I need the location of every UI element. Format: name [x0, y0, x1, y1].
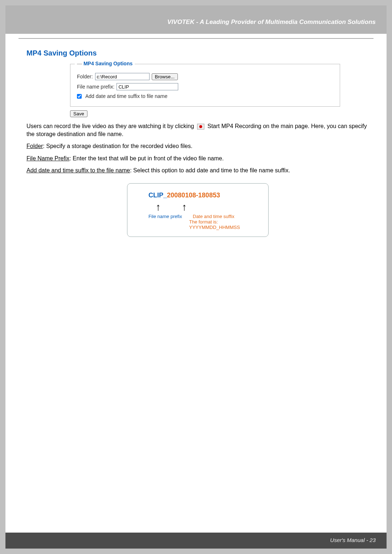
section-heading: MP4 Saving Options	[26, 49, 369, 57]
prefix-row: File name prefix:	[77, 83, 333, 90]
p1-text-a: Users can record the live video as they …	[26, 123, 196, 129]
folder-label: Folder:	[77, 74, 93, 79]
arrow-up-icon: ↑	[182, 202, 187, 212]
prefix-desc: : Enter the text that will be put in fro…	[69, 155, 224, 161]
example-label-prefix: File name prefix	[148, 214, 189, 219]
arrows-row: ↑ ↑	[156, 202, 258, 212]
suffix-term: Add date and time suffix to the file nam…	[26, 167, 130, 173]
example-filename: CLIP_20080108-180853	[148, 192, 258, 199]
paragraph-suffix: Add date and time suffix to the file nam…	[26, 167, 369, 175]
example-label-suffix: Date and time suffix	[193, 214, 234, 219]
mp4-options-panel: — MP4 Saving Options Folder: Browse... F…	[70, 64, 340, 107]
panel-legend-text: MP4 Saving Options	[83, 61, 132, 66]
suffix-checkbox[interactable]	[77, 94, 82, 99]
arrow-up-icon: ↑	[156, 202, 161, 212]
body-text: Users can record the live video as they …	[26, 122, 369, 175]
save-row: Save	[70, 110, 369, 117]
prefix-input[interactable]	[117, 83, 178, 90]
folder-row: Folder: Browse...	[77, 73, 333, 80]
folder-desc: : Specify a storage destination for the …	[43, 143, 192, 149]
record-icon	[197, 124, 204, 130]
footer-text: User's Manual - 23	[330, 537, 376, 543]
folder-term: Folder	[26, 143, 43, 149]
folder-input[interactable]	[95, 73, 150, 80]
page-header: VIVOTEK - A Leading Provider of Multimed…	[5, 5, 387, 34]
paragraph-prefix: File Name Prefix: Enter the text that wi…	[26, 155, 369, 163]
suffix-row: Add date and time suffix to file name	[77, 93, 333, 99]
content-area: MP4 Saving Options — MP4 Saving Options …	[5, 39, 387, 237]
panel-legend: — MP4 Saving Options	[75, 61, 135, 66]
example-prefix: CLIP_	[148, 192, 167, 199]
save-button[interactable]: Save	[70, 110, 87, 117]
suffix-checkbox-label: Add date and time suffix to file name	[85, 93, 167, 99]
filename-example-box: CLIP_20080108-180853 ↑ ↑ File name prefi…	[127, 183, 269, 237]
prefix-label: File name prefix:	[77, 84, 114, 90]
paragraph-intro: Users can record the live video as they …	[26, 122, 369, 138]
paragraph-folder: Folder: Specify a storage destination fo…	[26, 142, 369, 150]
prefix-term: File Name Prefix	[26, 155, 69, 161]
header-title: VIVOTEK - A Leading Provider of Multimed…	[167, 19, 376, 26]
example-labels-row: File name prefix Date and time suffix	[148, 214, 258, 219]
suffix-desc: : Select this option to add date and tim…	[130, 167, 290, 173]
example-label-format: The format is: YYYYMMDD_HHMMSS	[189, 219, 258, 230]
example-suffix: 20080108-180853	[167, 192, 220, 199]
page-footer: User's Manual - 23	[5, 533, 387, 549]
document-page: VIVOTEK - A Leading Provider of Multimed…	[5, 5, 387, 549]
browse-button[interactable]: Browse...	[152, 73, 178, 80]
